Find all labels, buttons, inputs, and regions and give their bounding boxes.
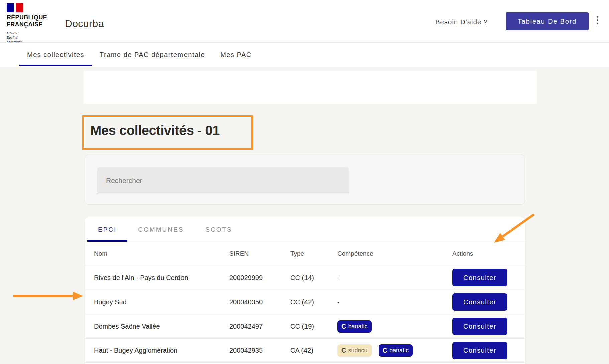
page-title: Mes collectivités - 01 [90, 123, 220, 138]
table-row: Rives de l'Ain - Pays du Cerdon200029999… [85, 265, 525, 290]
collectivity-tabs: EPCICOMMUNESSCOTS [85, 217, 525, 242]
search-input[interactable] [97, 167, 349, 194]
republique-francaise-logo: RÉPUBLIQUE FRANÇAISE Liberté Égalité Fra… [7, 3, 64, 44]
cell-nom: Rives de l'Ain - Pays du Cerdon [94, 274, 229, 282]
help-link[interactable]: Besoin D'aide ? [435, 18, 488, 26]
cell-nom: Dombes Saône Vallée [94, 323, 229, 330]
cell-siren: 200029999 [229, 274, 290, 282]
cell-competence: - [337, 298, 452, 306]
chip-initial: C [341, 323, 346, 330]
placeholder-box [84, 71, 537, 104]
consulter-button[interactable]: Consulter [452, 269, 507, 286]
cell-siren: 200042497 [229, 323, 290, 330]
table-row: Bugey Sud200040350CC (42)-Consulter [85, 290, 525, 314]
cell-type: CC (14) [290, 274, 337, 282]
docurba-app: RÉPUBLIQUE FRANÇAISE Liberté Égalité Fra… [0, 0, 609, 364]
chip-label: banatic [348, 323, 367, 330]
column-header-actions: Actions [452, 250, 516, 257]
republic-wordmark: RÉPUBLIQUE FRANÇAISE [7, 14, 64, 28]
app-name: Docurba [65, 18, 104, 29]
consulter-button[interactable]: Consulter [452, 293, 507, 311]
consulter-button[interactable]: Consulter [452, 342, 507, 359]
chip-label: banatic [389, 347, 409, 354]
cell-nom: Bugey Sud [94, 298, 229, 306]
competence-chip-banatic[interactable]: Cbanatic [379, 344, 413, 357]
nav-tab-trame-de-pac-departementale[interactable]: Trame de PAC départementale [92, 43, 213, 67]
cell-nom: Haut - Bugey Agglomération [94, 347, 229, 354]
competence-chip-sudocu[interactable]: Csudocu [337, 344, 372, 357]
column-header-compétence: Compétence [337, 250, 452, 257]
cell-siren: 200040350 [229, 298, 290, 306]
table-row: Dombes Saône Vallée200042497CC (19)Cbana… [85, 314, 525, 338]
competence-chip-banatic[interactable]: Cbanatic [337, 320, 372, 333]
cell-type: CC (19) [290, 323, 337, 330]
nav-tab-mes-collectivites[interactable]: Mes collectivites [19, 43, 92, 67]
empty-competence-dash: - [337, 298, 340, 306]
cell-type: CA (42) [290, 347, 337, 354]
cell-actions: Consulter [452, 293, 516, 311]
table-body: Rives de l'Ain - Pays du Cerdon200029999… [85, 265, 525, 363]
tab-communes[interactable]: COMMUNES [127, 217, 195, 242]
marianne-flag-icon [7, 3, 23, 12]
cell-competence: CsudocuCbanatic [337, 344, 452, 357]
annotation-arrow-left [12, 290, 84, 302]
primary-nav: Mes collectivitesTrame de PAC départemen… [0, 42, 609, 67]
chip-initial: C [341, 347, 346, 354]
cell-type: CC (42) [290, 298, 337, 306]
dashboard-button[interactable]: Tableau De Bord [506, 12, 589, 30]
search-panel [85, 155, 525, 205]
cell-competence: - [337, 274, 452, 282]
nav-tab-mes-pac[interactable]: Mes PAC [213, 43, 259, 67]
kebab-menu-icon[interactable] [595, 16, 600, 24]
collectivites-card: EPCICOMMUNESSCOTS NomSIRENTypeCompétence… [85, 217, 525, 364]
cell-actions: Consulter [452, 318, 516, 335]
column-header-nom: Nom [94, 250, 229, 257]
cell-actions: Consulter [452, 269, 516, 286]
main-content: Mes collectivités - 01 EPCICOMMUNESSCOTS… [0, 67, 609, 364]
column-header-siren: SIREN [229, 250, 290, 257]
table-row: Haut - Bugey Agglomération200042935CA (4… [85, 338, 525, 363]
tab-scots[interactable]: SCOTS [195, 217, 243, 242]
chip-label: sudocu [348, 347, 367, 354]
tab-epci[interactable]: EPCI [87, 217, 127, 242]
chip-initial: C [383, 347, 387, 354]
consulter-button[interactable]: Consulter [452, 318, 507, 335]
cell-siren: 200042935 [229, 347, 290, 354]
app-header: RÉPUBLIQUE FRANÇAISE Liberté Égalité Fra… [0, 0, 609, 42]
column-header-type: Type [290, 250, 337, 257]
cell-actions: Consulter [452, 342, 516, 359]
empty-competence-dash: - [337, 274, 340, 282]
table-header-row: NomSIRENTypeCompétenceActions [85, 242, 525, 265]
cell-competence: Cbanatic [337, 320, 452, 333]
